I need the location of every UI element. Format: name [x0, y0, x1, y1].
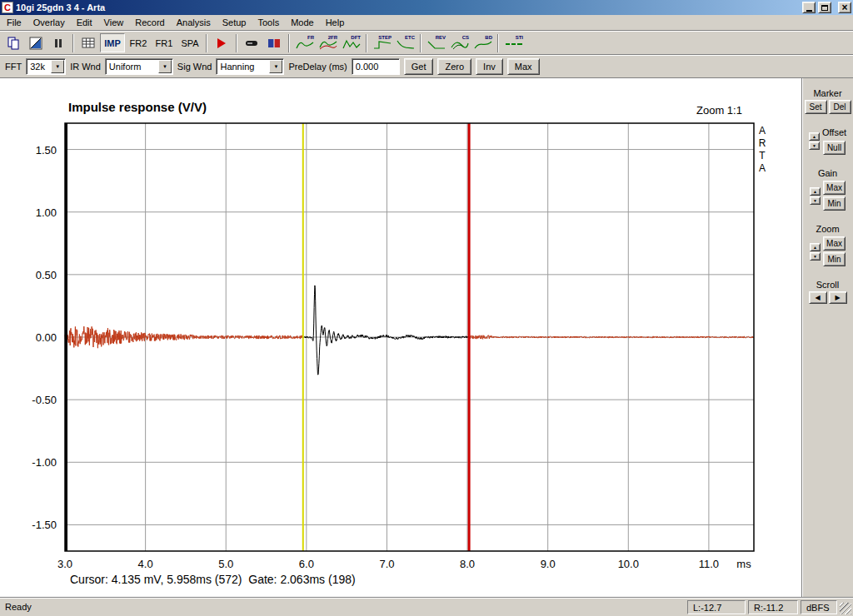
- menu-edit[interactable]: Edit: [71, 15, 98, 31]
- marker-set-button[interactable]: Set: [805, 100, 827, 114]
- app-icon: C: [2, 2, 13, 13]
- zoom-down-button[interactable]: ▼: [810, 252, 821, 261]
- generator-icon: [245, 37, 258, 50]
- sig-wnd-select[interactable]: Hanning ▼: [216, 58, 284, 75]
- scroll-right-button[interactable]: ▶: [829, 291, 847, 304]
- chart-title: Impulse response (V/V): [68, 100, 207, 114]
- zoom-min-button[interactable]: Min: [823, 252, 846, 266]
- chart-dft-button[interactable]: DFT: [340, 33, 362, 52]
- scroll-left-button[interactable]: ◀: [809, 291, 827, 304]
- audio-device-button[interactable]: [263, 33, 285, 52]
- main-area: 1.501.000.500.00-0.50-1.00-1.503.04.05.0…: [0, 78, 853, 597]
- svg-text:11.0: 11.0: [699, 558, 719, 570]
- mode-fr2-button[interactable]: FR2: [126, 33, 151, 52]
- menu-setup[interactable]: Setup: [217, 15, 252, 31]
- gain-up-button[interactable]: ▲: [810, 187, 821, 196]
- ir-wnd-label: IR Wnd: [70, 62, 101, 72]
- fr-curve-icon: [295, 37, 315, 51]
- 2fr-curve-icon: [318, 37, 338, 51]
- step-curve-icon: [372, 37, 392, 51]
- zoom-max-button[interactable]: Max: [823, 236, 846, 251]
- svg-text:ms: ms: [736, 558, 751, 570]
- play-icon: [215, 37, 228, 50]
- close-button[interactable]: ×: [838, 2, 851, 13]
- chart-fr-button[interactable]: FR: [293, 33, 316, 52]
- record-play-button[interactable]: [211, 33, 232, 52]
- fft-select[interactable]: 32k ▼: [26, 58, 66, 75]
- mode-imp-button[interactable]: IMP: [100, 33, 125, 52]
- status-unit: dBFS: [801, 600, 837, 614]
- rev-curve-icon: [426, 37, 446, 51]
- color-setup-button[interactable]: [25, 33, 47, 52]
- menu-tools[interactable]: Tools: [252, 15, 285, 31]
- pause-button[interactable]: [47, 33, 69, 52]
- titlebar: C 10gi 25gdn 3 4 - Arta ×: [0, 0, 853, 15]
- max-button[interactable]: Max: [507, 58, 540, 75]
- status-ready: Ready: [5, 602, 685, 612]
- table-grid-icon: [82, 37, 95, 50]
- chevron-down-icon[interactable]: ▼: [51, 60, 64, 73]
- controlbar: FFT 32k ▼ IR Wnd Uniform ▼ Sig Wnd Hanni…: [0, 55, 853, 78]
- grid-button[interactable]: [77, 33, 99, 52]
- chart-cs-button[interactable]: CS: [448, 33, 471, 52]
- predelay-input[interactable]: [352, 58, 400, 75]
- menu-analysis[interactable]: Analysis: [171, 15, 217, 31]
- svg-text:3.0: 3.0: [57, 558, 72, 570]
- minimize-button[interactable]: [802, 2, 816, 13]
- cs-curve-icon: [450, 37, 470, 51]
- menu-record[interactable]: Record: [129, 15, 170, 31]
- inv-button[interactable]: Inv: [476, 58, 503, 75]
- gain-max-button[interactable]: Max: [823, 181, 846, 195]
- get-button[interactable]: Get: [404, 58, 434, 75]
- svg-text:9.0: 9.0: [541, 558, 556, 570]
- dft-curve-icon: [342, 37, 362, 51]
- sti-curve-icon: [504, 37, 524, 51]
- chart-area: 1.501.000.500.00-0.50-1.00-1.503.04.05.0…: [0, 78, 801, 597]
- menu-file[interactable]: File: [1, 15, 27, 31]
- chevron-down-icon[interactable]: ▼: [158, 60, 172, 73]
- svg-text:1.50: 1.50: [36, 144, 57, 156]
- mode-spa-button[interactable]: SPA: [177, 33, 202, 52]
- chevron-down-icon[interactable]: ▼: [269, 60, 282, 73]
- chart-rev-button[interactable]: REV: [425, 33, 447, 52]
- gain-min-button[interactable]: Min: [823, 196, 846, 211]
- chart-step-button[interactable]: STEP: [371, 33, 393, 52]
- menu-mode[interactable]: Mode: [285, 15, 320, 31]
- menu-view[interactable]: View: [98, 15, 130, 31]
- svg-text:7.0: 7.0: [379, 558, 394, 570]
- predelay-label: PreDelay (ms): [288, 62, 347, 72]
- mode-fr1-button[interactable]: FR1: [152, 33, 177, 52]
- offset-up-button[interactable]: ▲: [809, 132, 820, 141]
- chart-etc-button[interactable]: ETC: [394, 33, 417, 52]
- svg-text:8.0: 8.0: [460, 558, 475, 570]
- close-icon: ×: [841, 3, 847, 12]
- offset-null-button[interactable]: Null: [823, 141, 846, 155]
- marker-del-button[interactable]: Del: [829, 100, 851, 114]
- copy-button[interactable]: [2, 33, 24, 52]
- separator: [236, 34, 237, 52]
- offset-down-button[interactable]: ▼: [809, 142, 820, 150]
- svg-text:-1.00: -1.00: [32, 456, 57, 469]
- cursor-gate-readout: Cursor: 4.135 mV, 5.958ms (572) Gate: 2.…: [70, 573, 356, 586]
- impulse-response-plot[interactable]: 1.501.000.500.00-0.50-1.00-1.503.04.05.0…: [0, 78, 801, 597]
- signal-generator-button[interactable]: [241, 33, 262, 52]
- resize-grip[interactable]: [840, 603, 851, 614]
- main-toolbar: IMP FR2 FR1 SPA FR 2FR DFT STEP ETC REV …: [0, 31, 853, 55]
- fft-label: FFT: [5, 62, 22, 72]
- window-title: 10gi 25gdn 3 4 - Arta: [16, 2, 800, 12]
- sig-wnd-label: Sig Wnd: [177, 62, 212, 72]
- ir-wnd-select[interactable]: Uniform ▼: [105, 58, 173, 75]
- status-left-level: L:-12.7: [687, 600, 746, 614]
- etc-curve-icon: [396, 37, 416, 51]
- zero-button[interactable]: Zero: [437, 58, 471, 75]
- chart-2fr-button[interactable]: 2FR: [317, 33, 339, 52]
- zoom-up-button[interactable]: ▲: [810, 243, 821, 251]
- menu-help[interactable]: Help: [320, 15, 351, 31]
- menu-overlay[interactable]: Overlay: [27, 15, 71, 31]
- gain-down-button[interactable]: ▼: [810, 196, 821, 205]
- chart-bd-button[interactable]: BD: [471, 33, 494, 52]
- maximize-button[interactable]: [818, 2, 831, 13]
- chart-sti-button[interactable]: STI: [502, 33, 525, 52]
- copy-icon: [7, 37, 20, 50]
- separator: [72, 34, 74, 52]
